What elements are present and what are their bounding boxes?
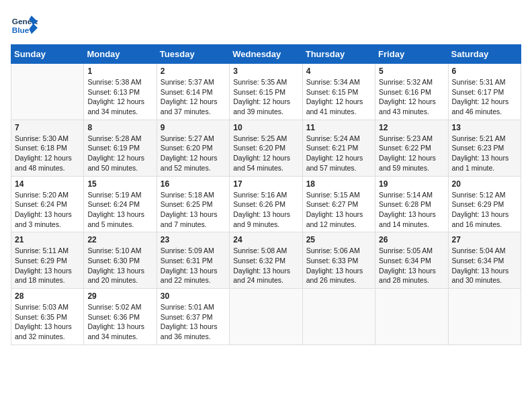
day-info: Sunrise: 5:12 AM Sunset: 6:29 PM Dayligh… xyxy=(452,190,517,230)
day-number: 3 xyxy=(233,66,298,76)
calendar-cell: 24Sunrise: 5:08 AM Sunset: 6:32 PM Dayli… xyxy=(230,232,302,289)
calendar-header-friday: Friday xyxy=(375,45,448,64)
calendar-cell: 18Sunrise: 5:15 AM Sunset: 6:27 PM Dayli… xyxy=(302,176,375,232)
day-info: Sunrise: 5:18 AM Sunset: 6:25 PM Dayligh… xyxy=(161,190,226,230)
calendar-cell: 10Sunrise: 5:25 AM Sunset: 6:20 PM Dayli… xyxy=(230,120,302,176)
day-info: Sunrise: 5:34 AM Sunset: 6:15 PM Dayligh… xyxy=(306,77,371,117)
calendar-cell xyxy=(375,289,448,345)
calendar-cell xyxy=(11,64,84,120)
day-number: 1 xyxy=(87,66,152,76)
calendar-header-sunday: Sunday xyxy=(11,45,84,64)
day-info: Sunrise: 5:01 AM Sunset: 6:37 PM Dayligh… xyxy=(161,302,226,342)
calendar-cell: 2Sunrise: 5:37 AM Sunset: 6:14 PM Daylig… xyxy=(157,64,229,120)
calendar-cell: 29Sunrise: 5:02 AM Sunset: 6:36 PM Dayli… xyxy=(84,289,157,345)
calendar-cell: 4Sunrise: 5:34 AM Sunset: 6:15 PM Daylig… xyxy=(302,64,375,120)
calendar-header-wednesday: Wednesday xyxy=(230,45,302,64)
day-info: Sunrise: 5:27 AM Sunset: 6:20 PM Dayligh… xyxy=(161,134,226,173)
day-number: 10 xyxy=(233,123,298,132)
calendar-cell: 1Sunrise: 5:38 AM Sunset: 6:13 PM Daylig… xyxy=(84,64,157,120)
calendar-cell: 30Sunrise: 5:01 AM Sunset: 6:37 PM Dayli… xyxy=(157,289,229,345)
day-info: Sunrise: 5:06 AM Sunset: 6:33 PM Dayligh… xyxy=(306,246,371,285)
day-number: 14 xyxy=(15,179,80,189)
calendar-cell xyxy=(302,289,375,345)
day-number: 22 xyxy=(87,235,152,244)
calendar-week-row: 21Sunrise: 5:11 AM Sunset: 6:29 PM Dayli… xyxy=(11,232,521,289)
svg-text:Blue: Blue xyxy=(12,26,30,35)
day-info: Sunrise: 5:15 AM Sunset: 6:27 PM Dayligh… xyxy=(306,190,371,230)
calendar-week-row: 28Sunrise: 5:03 AM Sunset: 6:35 PM Dayli… xyxy=(11,289,521,345)
calendar-cell: 6Sunrise: 5:31 AM Sunset: 6:17 PM Daylig… xyxy=(448,64,521,120)
day-info: Sunrise: 5:23 AM Sunset: 6:22 PM Dayligh… xyxy=(379,134,444,173)
day-info: Sunrise: 5:09 AM Sunset: 6:31 PM Dayligh… xyxy=(161,246,226,285)
calendar-cell: 12Sunrise: 5:23 AM Sunset: 6:22 PM Dayli… xyxy=(375,120,448,176)
logo: General Blue xyxy=(11,11,40,38)
day-number: 21 xyxy=(15,235,80,244)
page-header: General Blue xyxy=(11,11,521,38)
day-info: Sunrise: 5:04 AM Sunset: 6:34 PM Dayligh… xyxy=(452,246,517,285)
day-number: 13 xyxy=(452,123,517,132)
day-number: 7 xyxy=(15,123,80,132)
calendar-cell: 7Sunrise: 5:30 AM Sunset: 6:18 PM Daylig… xyxy=(11,120,84,176)
day-number: 18 xyxy=(306,179,371,189)
day-number: 27 xyxy=(452,235,517,244)
day-info: Sunrise: 5:32 AM Sunset: 6:16 PM Dayligh… xyxy=(379,77,444,117)
day-info: Sunrise: 5:11 AM Sunset: 6:29 PM Dayligh… xyxy=(15,246,80,285)
calendar-cell: 13Sunrise: 5:21 AM Sunset: 6:23 PM Dayli… xyxy=(448,120,521,176)
day-info: Sunrise: 5:30 AM Sunset: 6:18 PM Dayligh… xyxy=(15,134,80,173)
day-number: 19 xyxy=(379,179,444,189)
calendar-cell: 15Sunrise: 5:19 AM Sunset: 6:24 PM Dayli… xyxy=(84,176,157,232)
calendar-cell: 25Sunrise: 5:06 AM Sunset: 6:33 PM Dayli… xyxy=(302,232,375,289)
day-number: 25 xyxy=(306,235,371,244)
calendar-header-monday: Monday xyxy=(84,45,157,64)
day-number: 6 xyxy=(452,66,517,76)
calendar-cell: 8Sunrise: 5:28 AM Sunset: 6:19 PM Daylig… xyxy=(84,120,157,176)
day-info: Sunrise: 5:28 AM Sunset: 6:19 PM Dayligh… xyxy=(87,134,152,173)
day-number: 8 xyxy=(87,123,152,132)
calendar-week-row: 14Sunrise: 5:20 AM Sunset: 6:24 PM Dayli… xyxy=(11,176,521,232)
day-number: 28 xyxy=(15,291,80,301)
calendar-cell: 16Sunrise: 5:18 AM Sunset: 6:25 PM Dayli… xyxy=(157,176,229,232)
calendar-cell: 26Sunrise: 5:05 AM Sunset: 6:34 PM Dayli… xyxy=(375,232,448,289)
day-number: 2 xyxy=(161,66,226,76)
day-info: Sunrise: 5:20 AM Sunset: 6:24 PM Dayligh… xyxy=(15,190,80,230)
logo-icon: General Blue xyxy=(11,11,38,38)
day-info: Sunrise: 5:38 AM Sunset: 6:13 PM Dayligh… xyxy=(87,77,152,117)
day-number: 15 xyxy=(87,179,152,189)
calendar-cell: 3Sunrise: 5:35 AM Sunset: 6:15 PM Daylig… xyxy=(230,64,302,120)
day-info: Sunrise: 5:19 AM Sunset: 6:24 PM Dayligh… xyxy=(87,190,152,230)
calendar-cell: 11Sunrise: 5:24 AM Sunset: 6:21 PM Dayli… xyxy=(302,120,375,176)
day-info: Sunrise: 5:08 AM Sunset: 6:32 PM Dayligh… xyxy=(233,246,298,285)
day-info: Sunrise: 5:03 AM Sunset: 6:35 PM Dayligh… xyxy=(15,302,80,342)
day-number: 9 xyxy=(161,123,226,132)
day-info: Sunrise: 5:05 AM Sunset: 6:34 PM Dayligh… xyxy=(379,246,444,285)
day-info: Sunrise: 5:31 AM Sunset: 6:17 PM Dayligh… xyxy=(452,77,517,117)
calendar-header-tuesday: Tuesday xyxy=(157,45,229,64)
day-number: 24 xyxy=(233,235,298,244)
day-number: 4 xyxy=(306,66,371,76)
calendar-cell: 19Sunrise: 5:14 AM Sunset: 6:28 PM Dayli… xyxy=(375,176,448,232)
day-info: Sunrise: 5:02 AM Sunset: 6:36 PM Dayligh… xyxy=(87,302,152,342)
day-number: 23 xyxy=(161,235,226,244)
calendar-cell: 23Sunrise: 5:09 AM Sunset: 6:31 PM Dayli… xyxy=(157,232,229,289)
calendar-cell: 21Sunrise: 5:11 AM Sunset: 6:29 PM Dayli… xyxy=(11,232,84,289)
calendar-week-row: 1Sunrise: 5:38 AM Sunset: 6:13 PM Daylig… xyxy=(11,64,521,120)
calendar-header-saturday: Saturday xyxy=(448,45,521,64)
calendar-header-thursday: Thursday xyxy=(302,45,375,64)
day-number: 17 xyxy=(233,179,298,189)
day-info: Sunrise: 5:24 AM Sunset: 6:21 PM Dayligh… xyxy=(306,134,371,173)
calendar-cell: 28Sunrise: 5:03 AM Sunset: 6:35 PM Dayli… xyxy=(11,289,84,345)
day-info: Sunrise: 5:25 AM Sunset: 6:20 PM Dayligh… xyxy=(233,134,298,173)
calendar-cell: 14Sunrise: 5:20 AM Sunset: 6:24 PM Dayli… xyxy=(11,176,84,232)
day-number: 29 xyxy=(87,291,152,301)
calendar-cell: 20Sunrise: 5:12 AM Sunset: 6:29 PM Dayli… xyxy=(448,176,521,232)
day-info: Sunrise: 5:37 AM Sunset: 6:14 PM Dayligh… xyxy=(161,77,226,117)
day-number: 30 xyxy=(161,291,226,301)
day-info: Sunrise: 5:16 AM Sunset: 6:26 PM Dayligh… xyxy=(233,190,298,230)
calendar-table: SundayMondayTuesdayWednesdayThursdayFrid… xyxy=(11,44,521,345)
day-info: Sunrise: 5:10 AM Sunset: 6:30 PM Dayligh… xyxy=(87,246,152,285)
calendar-cell: 5Sunrise: 5:32 AM Sunset: 6:16 PM Daylig… xyxy=(375,64,448,120)
calendar-cell xyxy=(448,289,521,345)
day-number: 16 xyxy=(161,179,226,189)
calendar-cell: 9Sunrise: 5:27 AM Sunset: 6:20 PM Daylig… xyxy=(157,120,229,176)
calendar-cell: 22Sunrise: 5:10 AM Sunset: 6:30 PM Dayli… xyxy=(84,232,157,289)
